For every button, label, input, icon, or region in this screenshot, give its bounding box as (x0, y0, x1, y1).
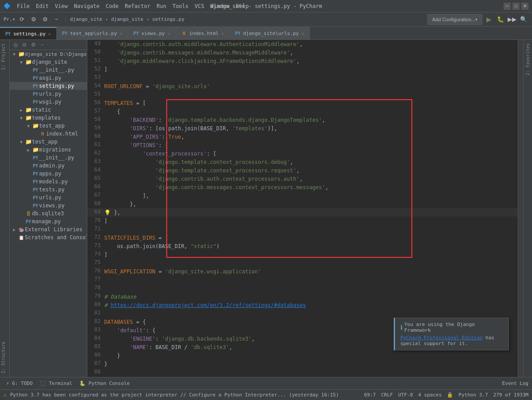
tree-item-apps[interactable]: PY apps.py (10, 170, 87, 178)
tree-item-urls[interactable]: PY urls.py (10, 90, 87, 98)
tree-item-wsgi[interactable]: PY wsgi.py (10, 98, 87, 106)
tab-index-html[interactable]: H index.html ✕ (176, 27, 230, 39)
add-configuration-button[interactable]: Add Configuration... ▾ (427, 14, 482, 25)
settings-icon-btn2[interactable]: ⚙ (29, 41, 37, 49)
line-66: 66 'django.contrib.messages.context_proc… (87, 183, 518, 191)
cursor-position[interactable]: 69:7 (364, 392, 376, 398)
tree-item-scratches[interactable]: 📋 Scratches and Consoles (10, 233, 87, 241)
scratches-icon: 📋 (18, 234, 25, 241)
tree-item-models[interactable]: PY models.py (10, 178, 87, 186)
line-89: 89 (87, 377, 518, 377)
close-views-tab[interactable]: ✕ (167, 31, 171, 36)
gear-icon-btn[interactable]: ⚙ (40, 15, 50, 24)
tree-item-init2[interactable]: PY __init__.py (10, 154, 87, 162)
sync-button[interactable]: ⟳ (17, 15, 27, 24)
editor-right-gutter[interactable] (518, 40, 523, 377)
tree-item-ext-lib[interactable]: ▶ 📚 External Libraries (10, 225, 87, 233)
coverage-button[interactable]: ▶▶ (507, 15, 517, 24)
line-55: 55 (87, 90, 518, 99)
menu-view[interactable]: View (52, 2, 70, 10)
tree-item-templates[interactable]: ▼ 📁 templates (10, 114, 87, 122)
line-54: 54 ROOT_URLCONF = 'django_site.urls' (87, 82, 518, 90)
tab-python-console[interactable]: 🐍 Python Console (77, 380, 132, 387)
tree-item-static[interactable]: ▶ 📁 static (10, 106, 87, 114)
menu-file[interactable]: File (14, 2, 32, 10)
encoding[interactable]: UTF-8 (398, 392, 413, 398)
minus-icon-btn[interactable]: − (52, 15, 62, 24)
close-sidebar-btn[interactable]: − (38, 41, 46, 49)
status-right: 69:7 CRLF UTF-8 4 spaces 🔒 Python 3.7 27… (364, 392, 528, 398)
right-tab-1[interactable]: 2: Favorites (524, 40, 531, 79)
db-docs-link[interactable]: https://docs.djangoproject.com/en/3.2/re… (110, 302, 306, 308)
tree-item-root[interactable]: ▼ 📁 django_site D:\Django\d (10, 50, 87, 58)
menu-code[interactable]: Code (103, 2, 121, 10)
tree-item-migrations[interactable]: ▶ 📁 migrations (10, 146, 87, 154)
line-60: 60 'APP_DIRS': True, (87, 132, 518, 141)
minimize-button[interactable]: ─ (504, 3, 511, 10)
menu-navigate[interactable]: Navigate (71, 2, 102, 10)
menu-refactor[interactable]: Refactor (122, 2, 153, 10)
tree-item-django-site[interactable]: ▼ 📁 django_site (10, 58, 87, 66)
line-80: 80 # https://docs.djangoproject.com/en/3… (87, 301, 518, 309)
code-content: 'django.middleware.clickjacking.XFrameOp… (104, 57, 518, 65)
tree-item-test-app[interactable]: ▼ 📁 test_app (10, 138, 87, 146)
settings-icon: PY (32, 82, 39, 89)
notification-title-text: You are using the Django Framework (404, 322, 503, 333)
tree-item-index-html[interactable]: H index.html (10, 130, 87, 138)
tree-item-db[interactable]: 🗄 db.sqlite3 (10, 210, 87, 217)
line-separator[interactable]: CRLF (381, 392, 393, 398)
menu-edit[interactable]: Edit (33, 2, 51, 10)
close-index-tab[interactable]: ✕ (220, 31, 225, 36)
close-django-urls-tab[interactable]: ✕ (301, 31, 305, 36)
debug-button[interactable]: 🐛 (496, 15, 505, 24)
tab-django-site-urls[interactable]: PY django_site\urls.py ✕ (230, 27, 310, 39)
project-side-tab[interactable]: 1: Project (0, 40, 9, 74)
search-everywhere-button[interactable]: 🔍 (519, 15, 528, 24)
line-77: 77 (87, 276, 518, 284)
maximize-button[interactable]: □ (512, 3, 520, 10)
window-controls[interactable]: ─ □ ✕ (504, 3, 528, 10)
python-version[interactable]: Python 3.7 (458, 392, 488, 398)
event-log-button[interactable]: Event Log (502, 381, 528, 386)
line-52: 52 ] (87, 65, 518, 74)
close-test-app-tab[interactable]: ✕ (119, 31, 123, 36)
line-73: 73 os.path.join(BASE_DIR, "static") (87, 242, 518, 250)
tab-todo[interactable]: ⚡ 6: TODO (4, 380, 35, 387)
editor-tab-bar: PY settings.py ✕ PY test_app\urls.py ✕ P… (0, 27, 532, 40)
settings-icon-btn[interactable]: ⚙ (29, 15, 39, 24)
tree-item-admin[interactable]: PY admin.py (10, 162, 87, 170)
tree-item-tests[interactable]: PY tests.py (10, 186, 87, 194)
run-button[interactable]: ▶ (484, 15, 494, 24)
memory-usage: 279 of 1933M (493, 392, 528, 398)
structure-side-tab[interactable]: 2: Structure (0, 338, 9, 377)
tab-views-py[interactable]: PY views.py ✕ (128, 27, 176, 39)
line-72: 72 STATICFILES_DIRS = [ (87, 233, 518, 242)
line-number: 79 (87, 292, 104, 301)
tree-item-asgi[interactable]: PY asgi.py (10, 74, 87, 82)
status-message: Python 3.7 has been configured as the pr… (10, 392, 339, 398)
code-editor[interactable]: 49 'django.contrib.auth.middleware.Authe… (87, 40, 518, 377)
collapse-icon-btn[interactable]: ⊖ (20, 41, 28, 49)
menu-vcs[interactable]: VCS (192, 2, 207, 10)
close-button[interactable]: ✕ (521, 3, 528, 10)
tree-item-views[interactable]: PY views.py (10, 202, 87, 210)
tree-item-init[interactable]: PY __init__.py (10, 66, 87, 74)
close-settings-tab[interactable]: ✕ (47, 31, 52, 37)
manage-icon: PY (25, 218, 32, 225)
menu-tools[interactable]: Tools (170, 2, 191, 10)
project-label: Pr.▾ (4, 16, 16, 22)
pycharm-pro-link[interactable]: PyCharm Professional Edition (400, 335, 482, 341)
tab-test-app-urls[interactable]: PY test_app\urls.py ✕ (57, 27, 128, 39)
asgi-icon: PY (32, 74, 39, 82)
tree-item-urls2[interactable]: PY urls.py (10, 194, 87, 202)
tab-terminal[interactable]: ⬛ Terminal (37, 380, 75, 387)
locate-icon-btn[interactable]: ◎ (12, 41, 20, 49)
menu-run[interactable]: Run (154, 2, 169, 10)
tree-item-manage[interactable]: PY manage.py (10, 217, 87, 225)
tab-settings-py[interactable]: PY settings.py ✕ (0, 27, 57, 39)
code-content: # https://docs.djangoproject.com/en/3.2/… (104, 301, 518, 309)
tree-item-test-app-templates[interactable]: ▼ 📁 test_app (10, 122, 87, 130)
tree-item-settings[interactable]: PY settings.py (10, 82, 87, 90)
indent-setting[interactable]: 4 spaces (418, 392, 442, 398)
line-81: 81 (87, 309, 518, 318)
